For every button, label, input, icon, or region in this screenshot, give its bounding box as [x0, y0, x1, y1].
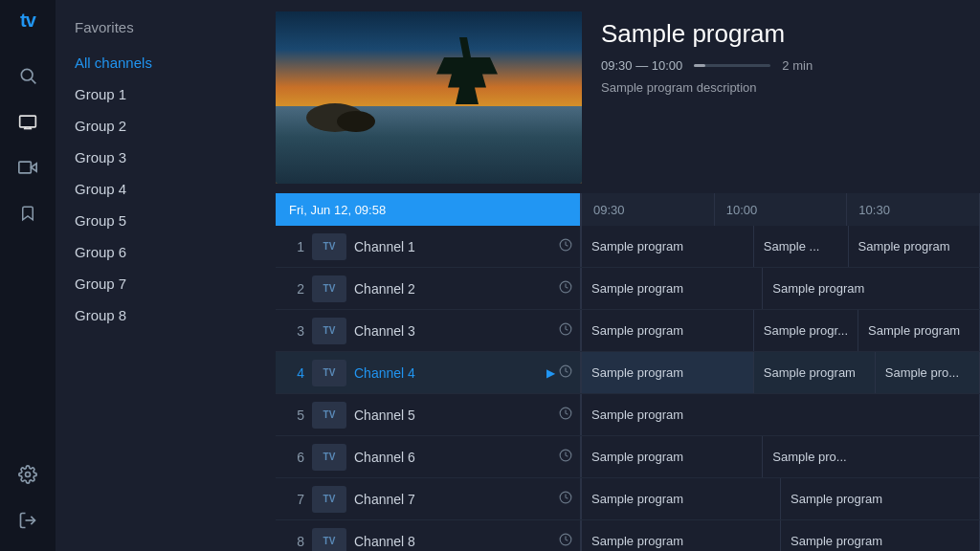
channel-info-2[interactable]: 2TVChannel 2	[276, 268, 580, 309]
programs-area-5: Sample program	[580, 394, 980, 435]
programs-area-2: Sample programSample program	[580, 268, 980, 309]
channel-icons-3	[559, 322, 572, 339]
program-cell[interactable]: Sample program	[582, 520, 781, 551]
program-cell[interactable]: Sample pro...	[876, 352, 980, 393]
channel-info-4[interactable]: 4TVChannel 4▶	[276, 352, 580, 393]
svg-point-8	[26, 473, 31, 477]
settings-icon[interactable]	[7, 453, 49, 496]
channel-num-5: 5	[283, 408, 304, 423]
program-title: Sample program	[601, 19, 965, 49]
preview-thumbnail	[276, 11, 582, 184]
epg-rows: 1TVChannel 1Sample programSample ...Samp…	[276, 226, 980, 551]
channel-logo-5: TV	[312, 402, 346, 429]
sidebar-item-group-5[interactable]: Group 5	[75, 205, 276, 236]
channel-icons-8	[559, 533, 572, 549]
channel-name-2: Channel 2	[354, 281, 551, 297]
sidebar-item-group-1[interactable]: Group 1	[75, 78, 276, 110]
program-cell[interactable]: Sample program	[582, 436, 763, 477]
current-time-badge: Fri, Jun 12, 09:58	[276, 193, 580, 226]
program-cell[interactable]: Sample program	[582, 394, 980, 435]
main-content: Sample program 09:30 — 10:00 2 min Sampl…	[276, 0, 980, 551]
sidebar-item-group-7[interactable]: Group 7	[75, 268, 276, 299]
sidebar-item-group-8[interactable]: Group 8	[75, 299, 276, 331]
program-cell[interactable]: Sample program	[781, 520, 980, 551]
svg-marker-6	[31, 164, 36, 171]
channel-info-1[interactable]: 1TVChannel 1	[276, 226, 580, 267]
sidebar-item-group-3[interactable]: Group 3	[75, 142, 276, 173]
channel-num-2: 2	[283, 281, 304, 297]
history-icon[interactable]	[559, 280, 572, 297]
channel-logo-4: TV	[312, 360, 346, 386]
program-cell[interactable]: Sample program	[754, 352, 876, 393]
program-cell[interactable]: Sample program	[582, 268, 763, 309]
history-icon[interactable]	[559, 322, 572, 339]
sidebar-item-all-channels[interactable]: All channels	[75, 47, 276, 78]
svg-rect-7	[19, 162, 31, 173]
channel-row-8: 8TVChannel 8Sample programSample program	[276, 520, 980, 551]
program-description: Sample program description	[601, 80, 965, 95]
program-cell[interactable]: Sample program	[858, 310, 980, 351]
channel-icons-5	[559, 407, 572, 423]
programs-area-6: Sample programSample pro...	[580, 436, 980, 477]
sidebar-item-group-6[interactable]: Group 6	[75, 236, 276, 268]
program-cell[interactable]: Sample program	[781, 478, 980, 519]
program-cell[interactable]: Sample ...	[754, 226, 849, 267]
programs-area-1: Sample programSample ...Sample program	[580, 226, 980, 267]
channel-num-1: 1	[283, 239, 304, 254]
bookmark-icon[interactable]	[7, 192, 49, 234]
channel-row-6: 6TVChannel 6Sample programSample pro...	[276, 436, 980, 478]
program-cell[interactable]: Sample program	[582, 478, 781, 519]
app-logo: tv	[20, 10, 35, 32]
channel-icons-7	[559, 491, 572, 507]
history-icon[interactable]	[559, 407, 572, 423]
channel-num-6: 6	[283, 450, 304, 465]
channel-row-2: 2TVChannel 2Sample programSample program	[276, 268, 980, 310]
channel-info-5[interactable]: 5TVChannel 5	[276, 394, 580, 435]
search-icon[interactable]	[7, 55, 49, 97]
channel-row-4: 4TVChannel 4▶Sample programSample progra…	[276, 352, 980, 394]
channel-icons-6	[559, 449, 572, 465]
channel-info-7[interactable]: 7TVChannel 7	[276, 478, 580, 519]
sidebar-item-group-4[interactable]: Group 4	[75, 173, 276, 205]
program-time: 09:30 — 10:00 2 min	[601, 58, 965, 73]
history-icon[interactable]	[559, 533, 572, 549]
program-cell[interactable]: Sample program	[582, 310, 754, 351]
video-icon[interactable]	[7, 146, 49, 188]
channel-logo-1: TV	[312, 233, 346, 260]
channel-num-8: 8	[283, 534, 304, 549]
left-sidebar: Favorites All channels Group 1 Group 2 G…	[56, 0, 276, 551]
program-cell[interactable]: Sample program	[849, 226, 980, 267]
program-cell[interactable]: Sample program	[763, 268, 980, 309]
channel-name-4: Channel 4	[354, 365, 539, 381]
channel-num-7: 7	[283, 492, 304, 507]
logout-icon[interactable]	[7, 499, 49, 541]
history-icon[interactable]	[559, 449, 572, 465]
channel-row-1: 1TVChannel 1Sample programSample ...Samp…	[276, 226, 980, 268]
history-icon[interactable]	[559, 238, 572, 254]
time-slot-0: 09:30	[582, 193, 715, 226]
time-header: Fri, Jun 12, 09:58 09:30 10:00 10:30	[276, 193, 980, 226]
programs-area-7: Sample programSample program	[580, 478, 980, 519]
channel-icons-2	[559, 280, 572, 297]
history-icon[interactable]	[559, 364, 572, 381]
channel-logo-2: TV	[312, 276, 346, 302]
icon-sidebar: tv	[0, 0, 56, 551]
progress-bar	[694, 64, 770, 67]
tv-icon[interactable]	[7, 100, 49, 143]
time-slot-2: 10:30	[847, 193, 980, 226]
history-icon[interactable]	[559, 491, 572, 507]
channel-name-8: Channel 8	[354, 534, 551, 549]
program-cell[interactable]: Sample progr...	[754, 310, 858, 351]
program-cell[interactable]: Sample program	[582, 226, 754, 267]
channel-info-3[interactable]: 3TVChannel 3	[276, 310, 580, 351]
program-cell[interactable]: Sample program	[582, 352, 754, 393]
channel-row-5: 5TVChannel 5Sample program	[276, 394, 980, 436]
channel-info-8[interactable]: 8TVChannel 8	[276, 520, 580, 551]
channel-info-6[interactable]: 6TVChannel 6	[276, 436, 580, 477]
program-cell[interactable]: Sample pro...	[763, 436, 980, 477]
channel-name-1: Channel 1	[354, 239, 551, 254]
sidebar-item-group-2[interactable]: Group 2	[75, 110, 276, 142]
play-icon: ▶	[546, 366, 555, 380]
svg-rect-2	[20, 116, 36, 127]
channel-name-7: Channel 7	[354, 492, 551, 507]
